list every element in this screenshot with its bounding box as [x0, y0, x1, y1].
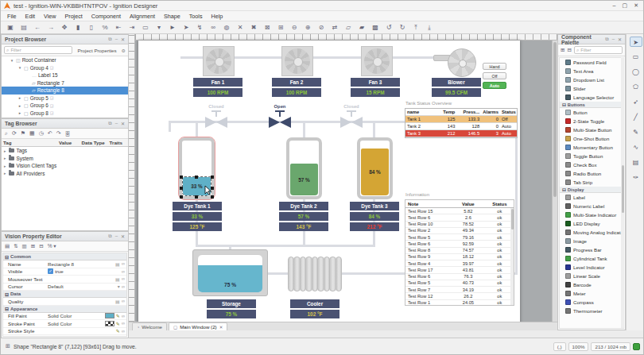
link-icon[interactable]: ∞ [208, 24, 218, 31]
resize-handle[interactable] [180, 195, 183, 199]
fill-icon[interactable]: ▰ [357, 24, 367, 31]
align-right-icon[interactable]: ⇥ [127, 24, 137, 31]
zoom-reset-icon[interactable]: ⊘ [316, 24, 326, 31]
redo-icon[interactable]: ↷ [56, 130, 61, 137]
polygon-tool-icon[interactable]: ⬠ [630, 82, 642, 92]
information-row[interactable]: Test Row 6 2.6 ok [405, 214, 514, 221]
tag-folder-row[interactable]: ▸ System [2, 155, 128, 163]
select-cursor-icon[interactable]: ➤ [630, 37, 642, 47]
tree-item-rectangle7[interactable]: ▱ Rectangle 7 [2, 79, 128, 87]
close-button[interactable]: ✕ [634, 2, 638, 9]
minimize-button[interactable]: – [613, 2, 616, 9]
tree-item-button[interactable]: ▭ Button [2, 117, 128, 118]
tree-item-group4[interactable]: ▾ ▢ Group 4 ◲ [2, 64, 128, 72]
project-properties-button[interactable]: Project Properties [75, 47, 118, 54]
preview-play-icon[interactable]: ► [168, 24, 177, 31]
refresh-icon[interactable]: ⟳ [12, 130, 17, 137]
palette-item[interactable]: Password Field [560, 58, 623, 67]
information-row[interactable]: Test Row 6 76.3 ok [405, 274, 514, 280]
storage-tank-graphic[interactable]: 75 % [192, 249, 268, 296]
zoom-level[interactable]: 100% [568, 342, 589, 351]
expander-icon[interactable]: ▸ [4, 156, 6, 160]
cooler-graphic[interactable] [288, 257, 341, 291]
palette-section-buttons[interactable]: ⊟ Buttons [560, 102, 623, 108]
main-window-design-surface[interactable]: Fan 1 100 RPM Fan 2 100 RPM Fan 3 15 RPM… [138, 41, 520, 326]
tree-item-group6[interactable]: ▸ ▢ Group 6 ◲ [2, 102, 128, 110]
palette-item[interactable]: Multi-State Button [560, 125, 623, 134]
palette-layout-icon[interactable]: ⊞ [561, 47, 564, 53]
prop-row-name[interactable]: Name Rectangle 8 ▤∞ [3, 260, 126, 268]
grid-icon[interactable]: ⊞ [276, 24, 285, 31]
expander-icon[interactable]: ▸ [17, 110, 22, 115]
palette-item[interactable]: Meter [560, 289, 623, 298]
categorize-icon[interactable]: ▤ [5, 243, 10, 249]
menu-item[interactable]: Component [91, 13, 121, 20]
palette-item[interactable]: One-Shot Button [560, 134, 623, 143]
close-panel-icon[interactable]: ✕ [618, 37, 622, 42]
palette-item[interactable]: Label [560, 193, 623, 202]
pencil-tool-icon[interactable]: ✎ [630, 127, 642, 137]
information-row[interactable]: Test Row 5 40.73 ok [405, 280, 514, 287]
palette-item[interactable]: Image [560, 237, 623, 245]
menu-item[interactable]: Tools [189, 13, 203, 20]
expander-icon[interactable]: ▾ [17, 65, 22, 70]
prop-row-stroke-style[interactable]: Stroke Style ✎∞ [3, 328, 126, 336]
tank-status-table[interactable]: nameTemp Press...Alarms Status Tank 1125… [405, 108, 518, 138]
edit-icon[interactable]: ▤ [115, 299, 120, 304]
prop-row-stroke-paint[interactable]: Stroke Paint Solid Color ✎∞ [3, 320, 126, 328]
export-icon[interactable]: ▤ [19, 24, 29, 31]
expander-icon[interactable]: ▸ [4, 171, 6, 176]
off-button[interactable]: Off [483, 72, 506, 79]
binding-icon[interactable]: ∞ [122, 276, 125, 281]
tree-item-group8[interactable]: ▸ ▢ Group 8 ◲ [2, 110, 128, 118]
prop-row-mouseover[interactable]: Mouseover Text ▤∞ [3, 276, 126, 284]
percent-icon[interactable]: % [100, 24, 110, 31]
resize-handle[interactable] [211, 195, 214, 199]
eyedropper-tool-icon[interactable]: ✑ [630, 172, 642, 183]
prop-row-visible[interactable]: Visible ✓ true ∞ [3, 268, 126, 276]
rectangle-tool-icon[interactable]: ▭ [630, 52, 642, 62]
minimize-panel-icon[interactable]: – [115, 233, 118, 239]
select-icon[interactable]: ▭ [141, 24, 150, 31]
resize-handle[interactable] [211, 176, 214, 179]
shrink-icon[interactable]: ✖ [249, 24, 258, 31]
project-filter-input[interactable]: ⌕ Filter [4, 46, 72, 54]
palette-item[interactable]: Cylindrical Tank [560, 254, 623, 263]
ellipse-tool-icon[interactable]: ◯ [630, 67, 642, 77]
resize-handle[interactable] [180, 176, 183, 179]
new-tag-icon[interactable]: ⚑ [21, 130, 25, 137]
raise-icon[interactable]: ⤒ [411, 24, 421, 32]
palette-scrollbar[interactable] [621, 57, 624, 328]
browse-devices-icon[interactable]: ▦ [29, 130, 35, 137]
edit-icon[interactable]: ▤ [115, 261, 120, 267]
tab-welcome[interactable]: ◔ Welcome [132, 322, 167, 330]
table-icon[interactable]: ▦ [115, 336, 120, 337]
tree-item-label15[interactable]: … Label 15 [2, 71, 128, 79]
tag-folder-row[interactable]: ▸ Tags [2, 147, 128, 155]
fit-icon[interactable]: ⊠ [262, 24, 272, 31]
rotate-ccw-icon[interactable]: ↺ [384, 24, 394, 31]
information-row[interactable]: Test Row 4 39.97 ok [405, 260, 514, 267]
palette-item[interactable]: Text Area [560, 67, 623, 75]
tank-status-row-tank3[interactable]: Tank 3212 146.53 Auto [405, 130, 517, 137]
expand-all-icon[interactable]: ⊞ [31, 243, 35, 249]
palette-item[interactable]: Progress Bar [560, 245, 623, 254]
tree-item-root-container[interactable]: ▾ ◫ Root Container [2, 56, 128, 64]
expander-icon[interactable]: ▾ [10, 58, 14, 63]
pencil-icon[interactable]: ✎ [116, 313, 120, 318]
percent-menu[interactable]: % ▾ [48, 243, 56, 249]
tree-item-group5[interactable]: ▸ ▢ Group 5 ◲ [2, 95, 128, 102]
flip-icon[interactable]: ⇄ [330, 24, 339, 31]
information-row[interactable]: Test Row 17 43.81 ok [405, 267, 514, 273]
information-row[interactable]: Test Row 8 74.57 ok [405, 248, 514, 254]
pattern-icon[interactable]: ▩ [370, 24, 380, 31]
palette-item[interactable]: Level Indicator [560, 263, 623, 272]
binding-icon[interactable]: ∞ [122, 329, 125, 334]
palette-item[interactable]: Button [560, 108, 623, 117]
section-data[interactable]: ⊟Data [3, 291, 126, 298]
provider-icon[interactable]: 🗄 [65, 131, 71, 137]
collapse-icon[interactable]: ⊟ [562, 102, 566, 107]
collapse-all-icon[interactable]: ⊟ [39, 243, 43, 249]
palette-item[interactable]: Slider [560, 84, 623, 93]
prop-row-quality[interactable]: Quality ▤∞ [3, 298, 126, 306]
